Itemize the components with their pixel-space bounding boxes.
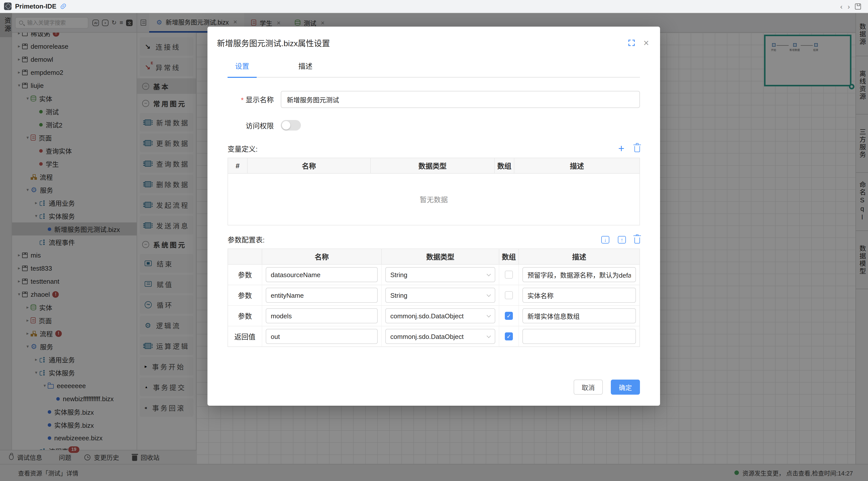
link-icon[interactable] — [60, 3, 67, 10]
access-permission-toggle[interactable] — [281, 120, 301, 131]
nav-forward-icon[interactable]: › — [848, 3, 850, 10]
select-value: commonj.sdo.DataObject — [390, 312, 464, 320]
param-row: 返回值commonj.sdo.DataObject✓ — [228, 326, 640, 347]
export-params-icon[interactable]: ↑ — [618, 236, 626, 243]
app-logo-icon — [4, 2, 11, 10]
display-name-label: 显示名称 — [227, 94, 274, 104]
column-header: 描述 — [519, 249, 640, 264]
empty-state-text: 暂无数据 — [420, 194, 448, 204]
column-header: 数据类型 — [382, 249, 499, 264]
param-row: 参数String — [228, 265, 640, 285]
delete-param-icon[interactable] — [634, 237, 640, 243]
add-variable-icon[interactable]: + — [618, 145, 624, 153]
param-desc-input[interactable] — [522, 288, 636, 303]
select-value: commonj.sdo.DataObject — [390, 333, 464, 340]
dialog-tabs: 设置描述 — [227, 61, 640, 77]
ok-button[interactable]: 确定 — [611, 380, 640, 395]
param-type-select[interactable]: commonj.sdo.DataObject — [385, 308, 495, 323]
dialog-tab-active[interactable]: 设置 — [227, 61, 257, 71]
param-kind-label: 参数 — [228, 285, 262, 305]
array-checkbox[interactable]: ✓ — [505, 332, 513, 341]
param-kind-label: 参数 — [228, 306, 262, 326]
params-section-label: 参数配置表: — [227, 234, 265, 245]
access-permission-label: 访问权限 — [227, 120, 274, 130]
close-icon[interactable]: × — [644, 38, 649, 47]
chevron-down-icon — [487, 313, 491, 317]
param-type-select[interactable]: commonj.sdo.DataObject — [385, 329, 495, 344]
save-icon[interactable] — [855, 3, 861, 9]
dialog-tab-inactive[interactable]: 描述 — [291, 61, 320, 71]
select-value: String — [390, 291, 407, 299]
cancel-button[interactable]: 取消 — [574, 380, 603, 395]
fullscreen-icon[interactable] — [628, 39, 635, 46]
param-desc-input[interactable] — [522, 329, 636, 344]
display-name-input[interactable] — [281, 91, 640, 108]
properties-dialog: 新增服务图元测试.bizx属性设置 × 设置描述 显示名称 访问权限 变量定义:… — [208, 27, 660, 406]
param-desc-input[interactable] — [522, 308, 636, 323]
chevron-down-icon — [487, 334, 491, 338]
title-bar: Primeton-IDE ‹ › — [0, 0, 868, 13]
param-type-select[interactable]: String — [385, 267, 495, 282]
chevron-down-icon — [487, 272, 491, 276]
import-params-icon[interactable]: ↓ — [601, 236, 609, 243]
chevron-down-icon — [487, 292, 491, 297]
params-table: 名称数据类型数组描述 参数String参数String参数commonj.sdo… — [227, 249, 640, 347]
column-header: 数组 — [499, 249, 519, 264]
param-kind-label: 参数 — [228, 265, 262, 285]
variables-section-label: 变量定义: — [227, 143, 258, 154]
param-kind-label: 返回值 — [228, 326, 262, 347]
dialog-header: 新增服务图元测试.bizx属性设置 × — [208, 27, 660, 49]
app-title: Primeton-IDE — [15, 2, 57, 10]
array-checkbox[interactable] — [505, 291, 513, 299]
delete-variable-icon[interactable] — [634, 147, 640, 152]
array-checkbox[interactable]: ✓ — [505, 312, 513, 320]
param-type-select[interactable]: String — [385, 288, 495, 303]
dialog-title: 新增服务图元测试.bizx属性设置 — [217, 37, 330, 49]
array-checkbox[interactable] — [505, 270, 513, 279]
column-header: 名称 — [262, 249, 382, 264]
column-header: 数组 — [495, 158, 515, 173]
param-row: 参数String — [228, 285, 640, 305]
column-header: 名称 — [248, 158, 371, 173]
column-header: 数据类型 — [371, 158, 495, 173]
param-name-input[interactable] — [266, 329, 378, 344]
nav-back-icon[interactable]: ‹ — [840, 3, 842, 10]
column-header: # — [228, 158, 248, 173]
param-name-input[interactable] — [266, 308, 378, 323]
select-value: String — [390, 271, 407, 279]
tab-underline — [227, 77, 640, 78]
param-name-input[interactable] — [266, 267, 378, 282]
column-header: 描述 — [515, 158, 640, 173]
param-name-input[interactable] — [266, 288, 378, 303]
variables-table: #名称数据类型数组描述 暂无数据 — [227, 158, 640, 225]
param-desc-input[interactable] — [522, 267, 636, 282]
param-row: 参数commonj.sdo.DataObject✓ — [228, 305, 640, 326]
column-header — [228, 249, 262, 264]
